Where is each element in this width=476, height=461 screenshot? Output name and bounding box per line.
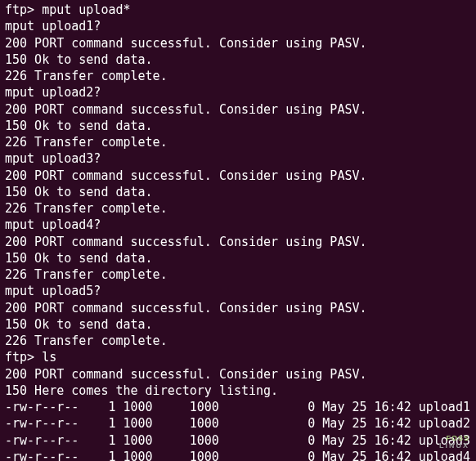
terminal-output: ftp> mput upload* mput upload1? 200 PORT… — [5, 2, 471, 461]
watermark-bot: LINUX — [439, 442, 469, 450]
watermark: FOSS LINUX — [439, 435, 469, 450]
